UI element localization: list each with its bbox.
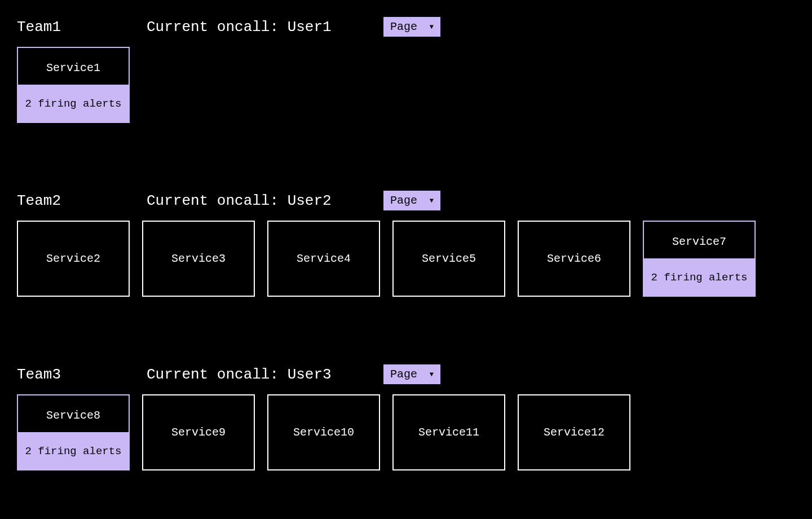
service-name: Service10 xyxy=(293,426,354,439)
team-name: Team1 xyxy=(17,19,118,36)
service-name: Service4 xyxy=(297,252,351,265)
services-row: Service2Service3Service4Service5Service6… xyxy=(17,221,795,297)
service-card[interactable]: Service5 xyxy=(392,221,505,297)
team-name: Team3 xyxy=(17,366,118,383)
service-name: Service5 xyxy=(422,252,476,265)
service-card[interactable]: Service11 xyxy=(392,394,505,470)
service-card[interactable]: Service12 xyxy=(518,394,630,470)
oncall-user: User2 xyxy=(288,192,332,209)
page-select-wrap: Page xyxy=(383,191,440,210)
service-card[interactable]: Service9 xyxy=(142,394,255,470)
oncall-label: Current oncall: User2 xyxy=(147,192,355,209)
service-card[interactable]: Service72 firing alerts xyxy=(643,221,756,297)
oncall-dashboard: Team1Current oncall: User1PageService12 … xyxy=(17,17,795,470)
alert-banner[interactable]: 2 firing alerts xyxy=(644,260,754,296)
service-name: Service7 xyxy=(644,222,754,260)
team-header: Team1Current oncall: User1Page xyxy=(17,17,795,37)
service-name: Service1 xyxy=(18,48,129,86)
oncall-user: User1 xyxy=(288,19,332,36)
page-select[interactable]: Page xyxy=(383,191,440,210)
team-header: Team2Current oncall: User2Page xyxy=(17,191,795,210)
team-section: Team2Current oncall: User2PageService2Se… xyxy=(17,191,795,297)
services-row: Service82 firing alertsService9Service10… xyxy=(17,394,795,470)
service-card[interactable]: Service2 xyxy=(17,221,130,297)
oncall-prefix: Current oncall: xyxy=(147,366,288,383)
service-card[interactable]: Service10 xyxy=(267,394,380,470)
service-name: Service3 xyxy=(171,252,226,265)
team-header: Team3Current oncall: User3Page xyxy=(17,364,795,384)
page-select-wrap: Page xyxy=(383,17,440,37)
oncall-label: Current oncall: User1 xyxy=(147,19,355,36)
oncall-label: Current oncall: User3 xyxy=(147,366,355,383)
team-section: Team3Current oncall: User3PageService82 … xyxy=(17,364,795,470)
team-section: Team1Current oncall: User1PageService12 … xyxy=(17,17,795,123)
service-card[interactable]: Service4 xyxy=(267,221,380,297)
oncall-prefix: Current oncall: xyxy=(147,19,288,36)
oncall-user: User3 xyxy=(288,366,332,383)
service-name: Service8 xyxy=(18,395,129,433)
service-name: Service9 xyxy=(171,426,226,439)
page-select[interactable]: Page xyxy=(383,364,440,384)
service-name: Service2 xyxy=(46,252,100,265)
service-name: Service12 xyxy=(544,426,604,439)
team-name: Team2 xyxy=(17,192,118,209)
page-select-wrap: Page xyxy=(383,364,440,384)
alert-banner[interactable]: 2 firing alerts xyxy=(18,433,129,469)
services-row: Service12 firing alerts xyxy=(17,47,795,123)
service-card[interactable]: Service6 xyxy=(518,221,630,297)
service-name: Service11 xyxy=(418,426,479,439)
service-card[interactable]: Service12 firing alerts xyxy=(17,47,130,123)
service-card[interactable]: Service3 xyxy=(142,221,255,297)
service-name: Service6 xyxy=(547,252,601,265)
page-select[interactable]: Page xyxy=(383,17,440,37)
oncall-prefix: Current oncall: xyxy=(147,192,288,209)
service-card[interactable]: Service82 firing alerts xyxy=(17,394,130,470)
alert-banner[interactable]: 2 firing alerts xyxy=(18,86,129,122)
